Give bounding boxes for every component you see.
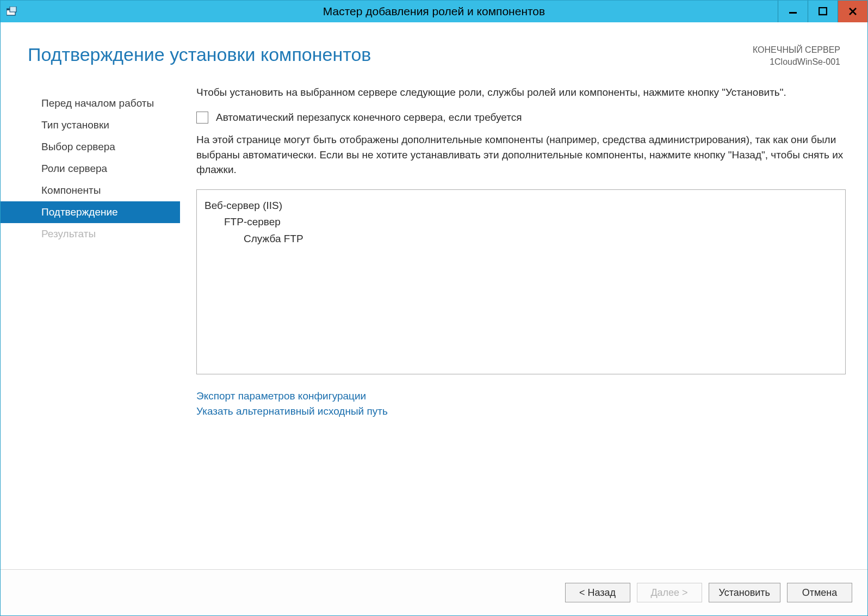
sidebar-nav: Перед началом работы Тип установки Выбор… (1, 85, 180, 564)
header-band: Подтверждение установки компонентов КОНЕ… (1, 22, 867, 74)
maximize-icon (819, 7, 827, 16)
links-area: Экспорт параметров конфигурации Указать … (196, 389, 846, 420)
minimize-button[interactable] (778, 1, 808, 22)
minimize-icon (789, 7, 797, 16)
maximize-button[interactable] (808, 1, 838, 22)
page-title: Подтверждение установки компонентов (28, 44, 371, 65)
titlebar[interactable]: Мастер добавления ролей и компонентов (1, 1, 867, 22)
back-button[interactable]: < Назад (565, 583, 630, 602)
note-text: На этой странице могут быть отображены д… (196, 132, 846, 177)
listbox-item: FTP-сервер (204, 214, 838, 230)
wizard-window: Мастер добавления ролей и компонентов По… (0, 0, 868, 616)
nav-installation-type[interactable]: Тип установки (1, 114, 180, 136)
destination-server-label: КОНЕЧНЫЙ СЕРВЕР (753, 44, 840, 56)
server-info: КОНЕЧНЫЙ СЕРВЕР 1CloudWinSe-001 (753, 44, 840, 69)
next-button: Далее > (637, 583, 702, 602)
nav-before-you-begin[interactable]: Перед началом работы (1, 93, 180, 114)
destination-server-name: 1CloudWinSe-001 (753, 56, 840, 68)
listbox-item: Служба FTP (204, 231, 838, 247)
content-area: Подтверждение установки компонентов КОНЕ… (1, 22, 867, 615)
main-panel: Чтобы установить на выбранном сервере сл… (180, 85, 848, 564)
auto-restart-row: Автоматический перезапуск конечного серв… (196, 112, 846, 124)
listbox-item: Веб-сервер (IIS) (204, 198, 838, 214)
auto-restart-label: Автоматический перезапуск конечного серв… (216, 112, 522, 124)
auto-restart-checkbox[interactable] (196, 112, 208, 124)
body-area: Перед началом работы Тип установки Выбор… (1, 74, 867, 569)
nav-server-selection[interactable]: Выбор сервера (1, 136, 180, 158)
nav-results: Результаты (1, 223, 180, 245)
window-controls (778, 1, 867, 22)
intro-text: Чтобы установить на выбранном сервере сл… (196, 85, 846, 100)
window-title: Мастер добавления ролей и компонентов (1, 5, 867, 18)
install-button[interactable]: Установить (709, 583, 780, 602)
svg-rect-2 (10, 7, 16, 12)
app-icon (6, 5, 18, 17)
nav-features[interactable]: Компоненты (1, 180, 180, 201)
alt-source-link[interactable]: Указать альтернативный исходный путь (196, 404, 846, 420)
cancel-button[interactable]: Отмена (787, 583, 852, 602)
svg-rect-3 (789, 12, 797, 14)
export-config-link[interactable]: Экспорт параметров конфигурации (196, 389, 846, 404)
footer-buttons: < Назад Далее > Установить Отмена (1, 569, 867, 615)
close-icon (848, 7, 857, 16)
close-button[interactable] (838, 1, 867, 22)
svg-rect-4 (819, 8, 827, 15)
nav-server-roles[interactable]: Роли сервера (1, 158, 180, 180)
nav-confirmation[interactable]: Подтверждение (1, 201, 180, 223)
components-listbox[interactable]: Веб-сервер (IIS) FTP-сервер Служба FTP (196, 189, 846, 374)
